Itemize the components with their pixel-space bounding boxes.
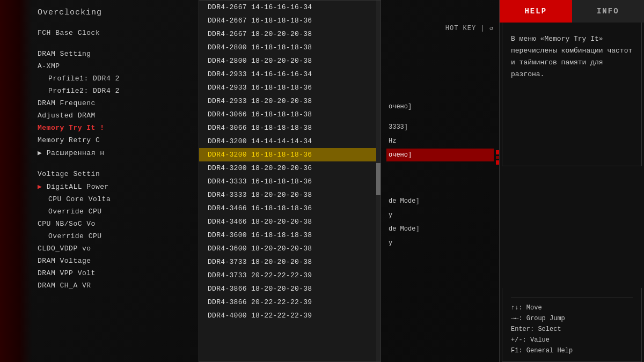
menu-axmp[interactable]: A-XMP (38, 60, 199, 72)
dropdown-item-11-selected[interactable]: DDR4-3200 16-18-18-18-36 (199, 148, 380, 161)
dropdown-item-4[interactable]: DDR4-2800 18-20-20-20-38 (199, 54, 380, 68)
tab-info[interactable]: INFO (572, 0, 645, 23)
menu-digitall-power[interactable]: DigitALL Power (38, 180, 199, 193)
dropdown-item-10[interactable]: DDR4-3200 14-14-14-14-34 (199, 135, 380, 148)
menu-override-cpu2[interactable]: Override CPU (38, 230, 199, 242)
dropdown-item-7[interactable]: DDR4-2933 18-20-20-20-38 (199, 94, 380, 108)
right-val-0: очено] (386, 100, 494, 113)
dropdown-item-0[interactable]: DDR4-2667 14-16-16-16-34 (199, 1, 380, 14)
dropdown-item-15[interactable]: DDR4-3466 16-18-18-18-36 (199, 202, 380, 215)
memory-try-it-dropdown[interactable]: DDR4-2667 14-16-16-16-34 DDR4-2667 16-18… (199, 0, 381, 362)
menu-cldo-vddp[interactable]: CLDO_VDDP vo (38, 242, 199, 255)
menu-dram-setting[interactable]: DRAM Setting (38, 48, 199, 60)
dropdown-list: DDR4-2667 14-16-16-16-34 DDR4-2667 16-18… (199, 1, 380, 322)
menu-dram-ch-a[interactable]: DRAM CH_A VR (38, 279, 199, 292)
dropdown-item-21[interactable]: DDR4-3866 18-20-20-20-38 (199, 282, 380, 295)
dropdown-item-19[interactable]: DDR4-3733 18-20-20-20-38 (199, 255, 380, 269)
right-val-highlighted: очено] (386, 149, 494, 161)
right-val-2: 3333] (386, 121, 494, 134)
nav-enter: Enter: Select (511, 324, 633, 335)
menu-fch-base-clock[interactable]: FCH Base Clock (38, 27, 199, 39)
right-val-9 (386, 188, 494, 194)
help-nav-section: ↑↓: Move →←: Group Jump Enter: Select +/… (502, 288, 642, 362)
dropdown-item-12[interactable]: DDR4-3200 18-20-20-20-36 (199, 161, 380, 175)
nav-move: ↑↓: Move (511, 302, 633, 313)
hotkey-bar: HOT KEY | ↺ (445, 24, 494, 32)
section-overclocking: Overclocking (38, 8, 199, 17)
menu-dram-voltage[interactable]: DRAM Voltage (38, 255, 199, 267)
menu-cpu-core-voltage[interactable]: CPU Core Volta (38, 193, 199, 205)
menu-dram-frequency[interactable]: DRAM Frequenc (38, 97, 199, 109)
help-divider (511, 298, 633, 298)
tab-help[interactable]: HELP (500, 0, 572, 23)
right-values-column: очено] 3333] Hz очено] de Mode] y de Mod… (381, 0, 499, 362)
left-panel: Overclocking FCH Base Clock DRAM Setting… (0, 0, 199, 362)
menu-adjusted-dram[interactable]: Adjusted DRAM (38, 109, 199, 122)
help-content-text: В меню «Memory Try It» перечислены комби… (502, 23, 642, 166)
menu-profile2[interactable]: Profile2: DDR4 2 (38, 85, 199, 97)
menu-dram-vpp-volt[interactable]: DRAM VPP Volt (38, 267, 199, 279)
dropdown-item-13[interactable]: DDR4-3333 16-18-18-18-36 (199, 175, 380, 188)
nav-value: +/-: Value (511, 335, 633, 345)
help-panel: HELP INFO В меню «Memory Try It» перечис… (499, 0, 644, 362)
right-val-11: y (386, 209, 494, 221)
menu-voltage-settings[interactable]: Voltage Settin (38, 168, 199, 180)
dropdown-item-9[interactable]: DDR4-3066 18-18-18-18-38 (199, 121, 380, 135)
menu-memory-retry[interactable]: Memory Retry C (38, 134, 199, 146)
right-val-7 (386, 175, 494, 181)
dropdown-item-14[interactable]: DDR4-3333 18-20-20-20-38 (199, 188, 380, 202)
dropdown-item-6[interactable]: DDR4-2933 16-18-18-18-36 (199, 81, 380, 94)
dropdown-item-16[interactable]: DDR4-3466 18-20-20-20-38 (199, 215, 380, 228)
dropdown-item-22[interactable]: DDR4-3866 20-22-22-22-39 (199, 295, 380, 309)
dropdown-item-1[interactable]: DDR4-2667 16-18-18-18-36 (199, 14, 380, 27)
menu-advanced[interactable]: ▶ Расширенная н (38, 146, 199, 159)
dropdown-scrollbar[interactable] (376, 1, 380, 361)
nav-group-jump: →←: Group Jump (511, 313, 633, 324)
right-val-10: de Mode] (386, 195, 494, 208)
dropdown-item-3[interactable]: DDR4-2800 16-18-18-18-38 (199, 41, 380, 54)
right-val-1 (386, 114, 494, 120)
menu-memory-try-it[interactable]: Memory Try It ! (38, 122, 199, 134)
right-val-13: y (386, 237, 494, 249)
help-tabs: HELP INFO (500, 0, 644, 23)
menu-cpu-nb-soc[interactable]: CPU NB/SoC Vo (38, 218, 199, 230)
right-val-8 (386, 182, 494, 187)
right-val-12: de Mode] (386, 223, 494, 235)
dropdown-item-20[interactable]: DDR4-3733 20-22-22-22-39 (199, 269, 380, 282)
dropdown-item-18[interactable]: DDR4-3600 18-20-20-20-38 (199, 242, 380, 255)
scrollbar-thumb (376, 163, 380, 195)
dropdown-item-23[interactable]: DDR4-4000 18-22-22-22-39 (199, 309, 380, 322)
dropdown-item-17[interactable]: DDR4-3600 16-18-18-18-38 (199, 228, 380, 242)
right-val-5 (386, 162, 494, 168)
dropdown-item-8[interactable]: DDR4-3066 16-18-18-18-38 (199, 108, 380, 121)
right-val-6 (386, 169, 494, 174)
menu-override-cpu1[interactable]: Override CPU (38, 205, 199, 218)
dropdown-item-2[interactable]: DDR4-2667 18-20-20-20-38 (199, 27, 380, 41)
nav-general-help: F1: General Help (511, 345, 633, 356)
right-val-3: Hz (386, 135, 494, 147)
dropdown-item-5[interactable]: DDR4-2933 14-16-16-16-34 (199, 68, 380, 81)
menu-profile1[interactable]: Profile1: DDR4 2 (38, 72, 199, 85)
